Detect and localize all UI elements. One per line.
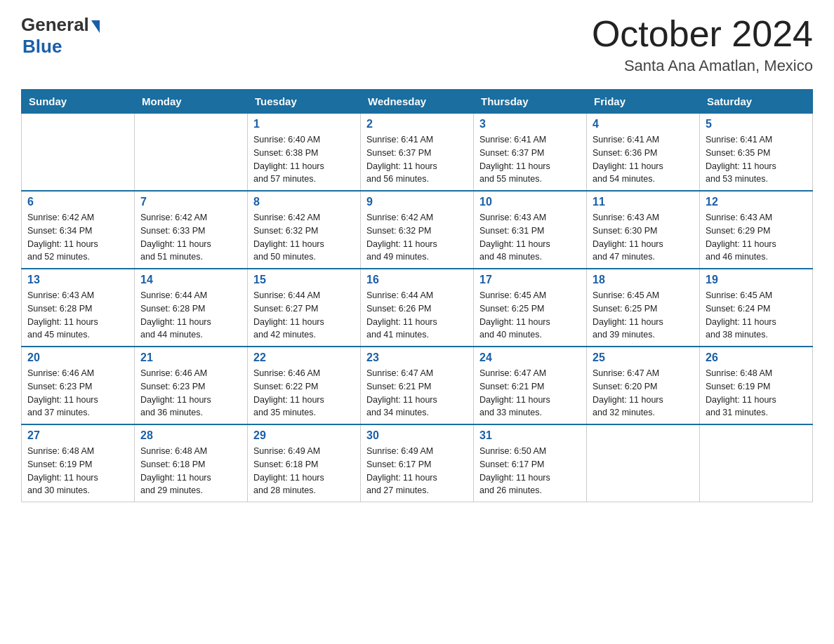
day-number: 17 — [479, 274, 581, 286]
calendar-cell: 19Sunrise: 6:45 AM Sunset: 6:24 PM Dayli… — [700, 269, 813, 347]
calendar-cell: 14Sunrise: 6:44 AM Sunset: 6:28 PM Dayli… — [135, 269, 248, 347]
calendar-cell: 4Sunrise: 6:41 AM Sunset: 6:36 PM Daylig… — [587, 114, 700, 192]
calendar-cell: 20Sunrise: 6:46 AM Sunset: 6:23 PM Dayli… — [22, 347, 135, 424]
calendar-cell: 25Sunrise: 6:47 AM Sunset: 6:20 PM Dayli… — [587, 347, 700, 424]
calendar-cell: 16Sunrise: 6:44 AM Sunset: 6:26 PM Dayli… — [361, 269, 474, 347]
column-header-monday: Monday — [135, 90, 248, 114]
day-number: 22 — [253, 351, 355, 364]
day-info: Sunrise: 6:41 AM Sunset: 6:37 PM Dayligh… — [479, 133, 581, 186]
day-info: Sunrise: 6:46 AM Sunset: 6:23 PM Dayligh… — [140, 367, 241, 420]
day-info: Sunrise: 6:41 AM Sunset: 6:35 PM Dayligh… — [706, 133, 807, 186]
day-number: 4 — [593, 118, 694, 130]
calendar-week-row: 1Sunrise: 6:40 AM Sunset: 6:38 PM Daylig… — [22, 114, 813, 192]
calendar-week-row: 20Sunrise: 6:46 AM Sunset: 6:23 PM Dayli… — [22, 347, 813, 424]
day-info: Sunrise: 6:48 AM Sunset: 6:18 PM Dayligh… — [140, 445, 241, 497]
day-info: Sunrise: 6:44 AM Sunset: 6:28 PM Dayligh… — [140, 289, 241, 342]
calendar-cell: 27Sunrise: 6:48 AM Sunset: 6:19 PM Dayli… — [22, 424, 135, 502]
day-info: Sunrise: 6:42 AM Sunset: 6:32 PM Dayligh… — [366, 211, 468, 264]
calendar-cell: 8Sunrise: 6:42 AM Sunset: 6:32 PM Daylig… — [248, 191, 361, 269]
day-info: Sunrise: 6:45 AM Sunset: 6:25 PM Dayligh… — [479, 289, 581, 342]
day-info: Sunrise: 6:49 AM Sunset: 6:17 PM Dayligh… — [366, 445, 468, 497]
calendar-cell: 10Sunrise: 6:43 AM Sunset: 6:31 PM Dayli… — [474, 191, 587, 269]
calendar-table: SundayMondayTuesdayWednesdayThursdayFrid… — [21, 89, 813, 502]
day-info: Sunrise: 6:45 AM Sunset: 6:25 PM Dayligh… — [593, 289, 694, 342]
calendar-cell: 31Sunrise: 6:50 AM Sunset: 6:17 PM Dayli… — [474, 424, 587, 502]
day-number: 18 — [593, 274, 694, 286]
day-number: 19 — [706, 274, 807, 286]
day-info: Sunrise: 6:43 AM Sunset: 6:30 PM Dayligh… — [593, 211, 694, 264]
day-info: Sunrise: 6:47 AM Sunset: 6:20 PM Dayligh… — [593, 367, 694, 420]
day-info: Sunrise: 6:47 AM Sunset: 6:21 PM Dayligh… — [479, 367, 581, 420]
calendar-cell: 18Sunrise: 6:45 AM Sunset: 6:25 PM Dayli… — [587, 269, 700, 347]
location-title: Santa Ana Amatlan, Mexico — [592, 57, 813, 75]
calendar-cell: 30Sunrise: 6:49 AM Sunset: 6:17 PM Dayli… — [361, 424, 474, 502]
day-number: 15 — [253, 274, 355, 286]
day-number: 28 — [140, 429, 241, 442]
column-header-wednesday: Wednesday — [361, 90, 474, 114]
day-info: Sunrise: 6:44 AM Sunset: 6:26 PM Dayligh… — [366, 289, 468, 342]
day-info: Sunrise: 6:41 AM Sunset: 6:37 PM Dayligh… — [366, 133, 468, 186]
day-info: Sunrise: 6:48 AM Sunset: 6:19 PM Dayligh… — [706, 367, 807, 420]
calendar-cell: 29Sunrise: 6:49 AM Sunset: 6:18 PM Dayli… — [248, 424, 361, 502]
column-header-friday: Friday — [587, 90, 700, 114]
day-info: Sunrise: 6:44 AM Sunset: 6:27 PM Dayligh… — [253, 289, 355, 342]
day-info: Sunrise: 6:49 AM Sunset: 6:18 PM Dayligh… — [253, 445, 355, 497]
column-header-thursday: Thursday — [474, 90, 587, 114]
day-number: 10 — [479, 196, 581, 208]
day-number: 2 — [366, 118, 468, 130]
day-number: 13 — [27, 274, 128, 286]
day-info: Sunrise: 6:43 AM Sunset: 6:29 PM Dayligh… — [706, 211, 807, 264]
column-header-sunday: Sunday — [22, 90, 135, 114]
logo-blue-text: Blue — [22, 36, 62, 58]
day-number: 1 — [253, 118, 355, 130]
day-info: Sunrise: 6:42 AM Sunset: 6:32 PM Dayligh… — [253, 211, 355, 264]
day-number: 6 — [27, 196, 128, 208]
day-info: Sunrise: 6:41 AM Sunset: 6:36 PM Dayligh… — [593, 133, 694, 186]
day-info: Sunrise: 6:48 AM Sunset: 6:19 PM Dayligh… — [27, 445, 128, 497]
calendar-cell: 23Sunrise: 6:47 AM Sunset: 6:21 PM Dayli… — [361, 347, 474, 424]
day-number: 24 — [479, 351, 581, 364]
calendar-cell — [22, 114, 135, 192]
calendar-cell: 12Sunrise: 6:43 AM Sunset: 6:29 PM Dayli… — [700, 191, 813, 269]
calendar-header-row: SundayMondayTuesdayWednesdayThursdayFrid… — [22, 90, 813, 114]
calendar-cell: 22Sunrise: 6:46 AM Sunset: 6:22 PM Dayli… — [248, 347, 361, 424]
day-number: 29 — [253, 429, 355, 442]
calendar-cell: 6Sunrise: 6:42 AM Sunset: 6:34 PM Daylig… — [22, 191, 135, 269]
calendar-cell: 5Sunrise: 6:41 AM Sunset: 6:35 PM Daylig… — [700, 114, 813, 192]
calendar-cell: 1Sunrise: 6:40 AM Sunset: 6:38 PM Daylig… — [248, 114, 361, 192]
calendar-cell — [587, 424, 700, 502]
calendar-week-row: 6Sunrise: 6:42 AM Sunset: 6:34 PM Daylig… — [22, 191, 813, 269]
page-header: General Blue October 2024 Santa Ana Amat… — [21, 14, 813, 75]
calendar-cell — [700, 424, 813, 502]
day-info: Sunrise: 6:40 AM Sunset: 6:38 PM Dayligh… — [253, 133, 355, 186]
day-info: Sunrise: 6:43 AM Sunset: 6:28 PM Dayligh… — [27, 289, 128, 342]
calendar-cell: 26Sunrise: 6:48 AM Sunset: 6:19 PM Dayli… — [700, 347, 813, 424]
day-number: 23 — [366, 351, 468, 364]
calendar-cell: 21Sunrise: 6:46 AM Sunset: 6:23 PM Dayli… — [135, 347, 248, 424]
calendar-cell: 28Sunrise: 6:48 AM Sunset: 6:18 PM Dayli… — [135, 424, 248, 502]
day-number: 7 — [140, 196, 241, 208]
day-number: 21 — [140, 351, 241, 364]
calendar-cell: 17Sunrise: 6:45 AM Sunset: 6:25 PM Dayli… — [474, 269, 587, 347]
calendar-cell: 13Sunrise: 6:43 AM Sunset: 6:28 PM Dayli… — [22, 269, 135, 347]
day-info: Sunrise: 6:47 AM Sunset: 6:21 PM Dayligh… — [366, 367, 468, 420]
column-header-tuesday: Tuesday — [248, 90, 361, 114]
day-number: 14 — [140, 274, 241, 286]
day-number: 11 — [593, 196, 694, 208]
day-number: 25 — [593, 351, 694, 364]
calendar-cell: 9Sunrise: 6:42 AM Sunset: 6:32 PM Daylig… — [361, 191, 474, 269]
day-info: Sunrise: 6:43 AM Sunset: 6:31 PM Dayligh… — [479, 211, 581, 264]
day-info: Sunrise: 6:50 AM Sunset: 6:17 PM Dayligh… — [479, 445, 581, 497]
column-header-saturday: Saturday — [700, 90, 813, 114]
day-info: Sunrise: 6:42 AM Sunset: 6:33 PM Dayligh… — [140, 211, 241, 264]
day-number: 8 — [253, 196, 355, 208]
day-number: 12 — [706, 196, 807, 208]
day-number: 9 — [366, 196, 468, 208]
day-info: Sunrise: 6:45 AM Sunset: 6:24 PM Dayligh… — [706, 289, 807, 342]
logo-arrow-icon — [91, 20, 100, 33]
month-title: October 2024 — [592, 14, 813, 54]
day-number: 16 — [366, 274, 468, 286]
day-number: 27 — [27, 429, 128, 442]
calendar-cell: 2Sunrise: 6:41 AM Sunset: 6:37 PM Daylig… — [361, 114, 474, 192]
day-info: Sunrise: 6:46 AM Sunset: 6:22 PM Dayligh… — [253, 367, 355, 420]
